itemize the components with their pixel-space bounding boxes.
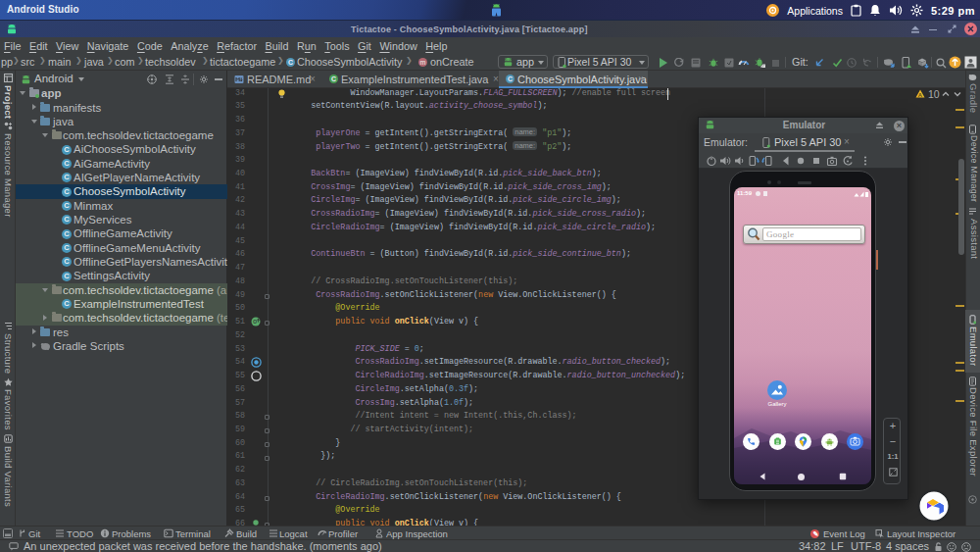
svg-text:A: A <box>918 92 923 98</box>
svg-text:o: o <box>253 318 257 326</box>
